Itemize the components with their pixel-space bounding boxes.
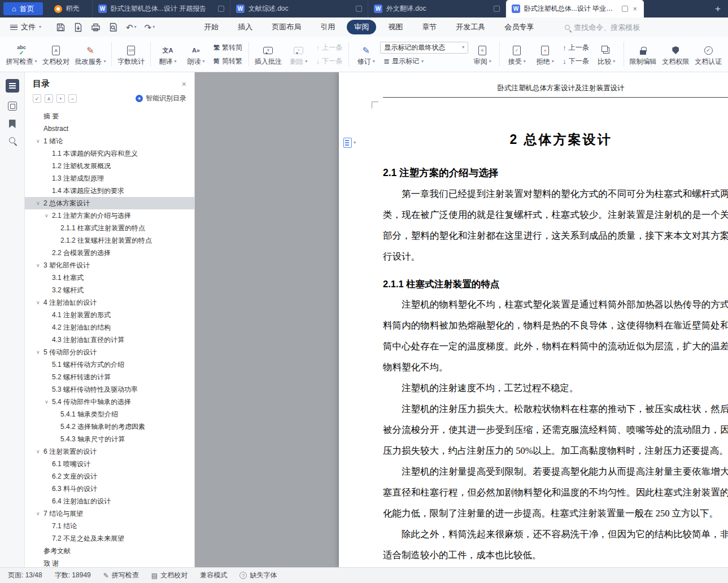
accept-change-button[interactable]: ✓ 接受▾: [503, 41, 531, 67]
trad-to-simp-button[interactable]: 繁繁转简: [210, 42, 246, 53]
word-count-indicator[interactable]: 字数: 18949: [55, 571, 91, 580]
export-pdf-button[interactable]: [73, 23, 83, 32]
menu-tab[interactable]: 插入: [230, 20, 260, 34]
outline-panel-icon[interactable]: [6, 79, 19, 93]
save-button[interactable]: [56, 23, 66, 32]
file-menu-button[interactable]: 文件 ▾: [6, 22, 46, 32]
toc-item[interactable]: 5.3 螺杆传动特性及驱动功率: [25, 383, 194, 396]
toc-item[interactable]: ∨6 注射装置的设计: [25, 445, 194, 458]
toc-item[interactable]: 1.3 注塑成型原理: [25, 172, 194, 185]
toc-item[interactable]: 6.1 喷嘴设计: [25, 458, 194, 470]
document-tab[interactable]: W卧式注塑机总体...设计 毕业论文×: [506, 0, 644, 17]
toc-item[interactable]: 1.4 本课题应达到的要求: [25, 185, 194, 197]
restrict-editing-button[interactable]: 限制编辑: [627, 41, 660, 67]
docer-tab[interactable]: 稻壳: [46, 0, 93, 17]
toc-item[interactable]: ∨5.4 传动部件中轴承的选择: [25, 396, 194, 408]
show-markup-button[interactable]: ≣显示标记▾: [380, 56, 468, 67]
new-tab-button[interactable]: +: [708, 0, 728, 17]
command-search[interactable]: [565, 23, 659, 32]
toc-item[interactable]: 7.2 不足之处及未来展望: [25, 532, 194, 545]
page-settings-anchor[interactable]: ▾: [343, 138, 356, 148]
prev-change-button[interactable]: ↑上一条: [559, 42, 592, 53]
simp-to-trad-button[interactable]: 简简转繁: [210, 55, 246, 67]
toc-item[interactable]: 5.4.2 选择轴承时的考虑因素: [25, 420, 194, 433]
spell-check-status[interactable]: ✎拼写检查: [103, 571, 139, 580]
menu-tab[interactable]: 视图: [381, 20, 410, 34]
toc-item[interactable]: 6.3 料斗的设计: [25, 483, 194, 495]
toc-item[interactable]: 6.4 注射油缸的设计: [25, 495, 194, 507]
find-panel-icon[interactable]: [9, 137, 15, 143]
next-change-button[interactable]: ↓下一条: [559, 55, 592, 67]
toc-item[interactable]: 4.2 注射油缸的结构: [25, 321, 194, 334]
menu-tab[interactable]: 引用: [313, 20, 342, 34]
document-page[interactable]: 卧式注塑机总体方案设计及注射装置设计 ▾ 2 总体方案设计 2.1 注塑方案的介…: [339, 72, 728, 567]
toc-item[interactable]: ∨2 总体方案设计: [25, 197, 194, 209]
insert-comment-button[interactable]: + 插入批注: [252, 41, 285, 67]
print-button[interactable]: [91, 23, 101, 32]
proofread-status[interactable]: ▤文档校对: [151, 571, 188, 580]
tag-panel-icon[interactable]: [8, 102, 17, 111]
toc-item[interactable]: 2.1.2 往复螺杆注射装置的特点: [25, 234, 194, 247]
toc-item[interactable]: 3.2 螺杆式: [25, 284, 194, 296]
menu-tab[interactable]: 开始: [197, 20, 226, 34]
toc-item[interactable]: 参考文献: [25, 545, 194, 557]
toc-collapse-all-icon[interactable]: ∧: [45, 94, 53, 103]
toc-item[interactable]: 1.1 本课题的研究内容和意义: [25, 147, 194, 160]
read-aloud-button[interactable]: A» 朗读▾: [182, 41, 210, 67]
doc-proofread-button[interactable]: A 文档校对: [40, 41, 72, 67]
doc-permission-button[interactable]: 文档权限: [659, 41, 692, 67]
tab-close-icon[interactable]: ×: [632, 5, 638, 13]
toc-item[interactable]: 5.4.3 轴承尺寸的计算: [25, 433, 194, 445]
toc-item[interactable]: 2.1.1 柱塞式注射装置的特点: [25, 222, 194, 234]
missing-font-warning[interactable]: ?缺失字体: [239, 571, 277, 580]
smart-identify-toc-button[interactable]: ★ 智能识别目录: [136, 94, 186, 103]
markup-state-dropdown[interactable]: 显示标记的最终状态▾: [380, 42, 468, 54]
toc-item[interactable]: ∨2.1 注塑方案的介绍与选择: [25, 209, 194, 222]
toc-item[interactable]: 4.3 注射油缸直径的计算: [25, 334, 194, 346]
undo-button[interactable]: ↶▾: [126, 23, 137, 32]
toc-item[interactable]: ∨7 结论与展望: [25, 507, 194, 520]
toc-item[interactable]: 5.2 螺杆转速的计算: [25, 371, 194, 383]
doc-authentication-button[interactable]: ✓ 文档认证: [692, 41, 725, 67]
reject-change-button[interactable]: × 拒绝▾: [531, 41, 559, 67]
home-tab[interactable]: ⌂首页: [3, 2, 43, 15]
menu-tab[interactable]: 开发工具: [448, 20, 492, 34]
toc-item[interactable]: 5.4.1 轴承类型介绍: [25, 408, 194, 420]
bookmark-panel-icon[interactable]: [9, 120, 16, 128]
toc-item[interactable]: 致 谢: [25, 557, 194, 567]
toc-item[interactable]: 2.2 合模装置的选择: [25, 247, 194, 259]
toc-item[interactable]: 1.2 注塑机发展概况: [25, 160, 194, 172]
menu-tab[interactable]: 章节: [415, 20, 444, 34]
toc-collapse-icon[interactable]: −: [68, 94, 77, 103]
page-indicator[interactable]: 页面: 13/48: [8, 571, 42, 580]
toc-item[interactable]: ∨3 塑化部件设计: [25, 259, 194, 271]
toc-item[interactable]: Abstract: [25, 122, 194, 135]
word-count-button[interactable]: 123 字数统计: [115, 41, 147, 67]
translate-button[interactable]: 文A 翻译▾: [154, 41, 182, 67]
compare-button[interactable]: 比较▾: [592, 41, 621, 67]
toc-item[interactable]: 5.1 螺杆传动方式的介绍: [25, 358, 194, 371]
track-changes-button[interactable]: ✎ 修订▾: [352, 41, 380, 67]
close-icon[interactable]: ×: [182, 80, 186, 89]
toc-item[interactable]: ∨5 传动部分的设计: [25, 346, 194, 358]
grading-service-button[interactable]: ✎ 批改服务▾: [72, 41, 108, 67]
review-pane-button[interactable]: ≡ 审阅▾: [468, 41, 496, 67]
menu-tab[interactable]: 会员专享: [497, 20, 541, 34]
spell-check-button[interactable]: abc✓ 拼写检查▾: [3, 41, 40, 67]
document-tab[interactable]: W文献综述.doc: [230, 0, 368, 17]
toc-item[interactable]: 3.1 柱塞式: [25, 271, 194, 284]
menu-tab[interactable]: 审阅: [347, 20, 376, 34]
toc-item[interactable]: 7.1 结论: [25, 520, 194, 532]
menu-tab[interactable]: 页面布局: [264, 20, 308, 34]
toc-item[interactable]: 4.1 注射装置的形式: [25, 309, 194, 321]
toc-item[interactable]: ∨4 注射油缸的设计: [25, 296, 194, 309]
redo-button[interactable]: ↷▾: [145, 23, 155, 32]
toc-expand-icon[interactable]: +: [56, 94, 65, 103]
toc-check-icon[interactable]: ✓: [33, 94, 41, 103]
document-tab[interactable]: W外文翻译.doc: [368, 0, 506, 17]
print-preview-button[interactable]: [108, 23, 118, 32]
search-input[interactable]: [574, 23, 659, 32]
toc-item[interactable]: 摘 要: [25, 110, 194, 122]
toc-item[interactable]: 6.2 支座的设计: [25, 470, 194, 483]
toc-item[interactable]: ∨1 绪论: [25, 135, 194, 147]
